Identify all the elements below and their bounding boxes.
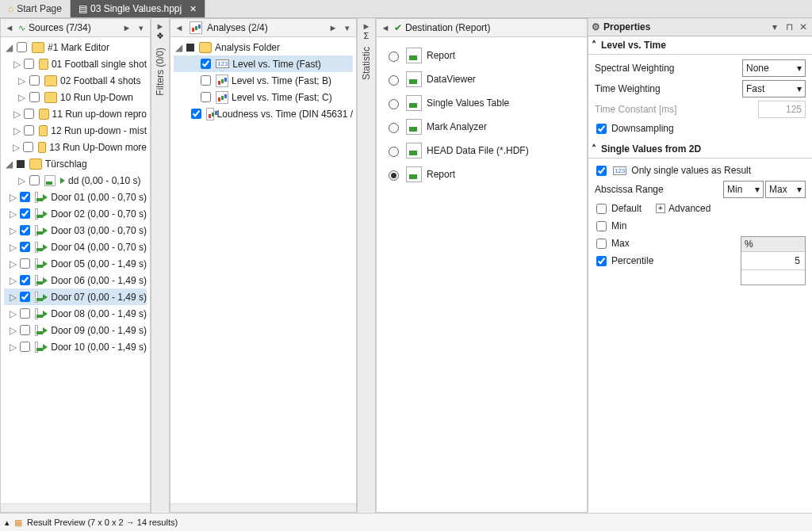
tab-start-page[interactable]: ⌂ Start Page bbox=[0, 0, 71, 17]
checkbox[interactable] bbox=[17, 42, 27, 52]
checkbox[interactable] bbox=[24, 59, 34, 69]
analysis-item[interactable]: Loudness vs. Time (DIN 45631 / bbox=[174, 105, 353, 122]
expand-icon[interactable]: ▷ bbox=[10, 242, 17, 253]
table-cell[interactable]: 5 bbox=[741, 252, 805, 270]
mark-icon[interactable] bbox=[186, 44, 194, 52]
collapse-icon[interactable]: ◢ bbox=[174, 42, 183, 53]
analysis-item[interactable]: Level vs. Time (Fast; C) bbox=[174, 89, 353, 105]
only-single-checkbox[interactable] bbox=[596, 166, 607, 176]
tree-item[interactable]: ▷Door 04 (0,00 - 0,70 s) bbox=[4, 239, 147, 255]
result-preview-bar[interactable]: ▴ ▦ Result Preview (7 x 0 x 2 → 14 resul… bbox=[0, 513, 812, 531]
tree-folder[interactable]: ▷11 Run up-down repro bbox=[4, 105, 147, 122]
tree-folder-tuerschlag[interactable]: ◢ Türschlag bbox=[4, 155, 147, 172]
expand-icon[interactable]: ▷ bbox=[13, 59, 21, 70]
tree-item[interactable]: ▷Door 06 (0,00 - 1,49 s) bbox=[4, 272, 147, 288]
expand-icon[interactable]: ▷ bbox=[13, 109, 21, 120]
destination-option[interactable]: Mark Analyzer bbox=[380, 115, 584, 139]
checkbox[interactable] bbox=[24, 109, 34, 119]
close-icon[interactable]: ✕ bbox=[798, 21, 809, 32]
expand-icon[interactable]: ▷ bbox=[13, 142, 20, 153]
radio[interactable] bbox=[389, 123, 399, 133]
dropdown-icon[interactable]: ▾ bbox=[342, 23, 353, 33]
filters-strip[interactable]: ► ❖ Filters (0/0) bbox=[151, 18, 170, 513]
spectral-weighting-select[interactable]: None ▾ bbox=[742, 59, 806, 77]
checkbox[interactable] bbox=[201, 59, 211, 69]
expand-icon[interactable]: ▷ bbox=[10, 275, 17, 286]
checkbox[interactable] bbox=[191, 109, 201, 119]
expand-icon[interactable]: ▷ bbox=[10, 308, 17, 319]
expand-icon[interactable]: ▷ bbox=[10, 258, 17, 269]
abscissa-max-select[interactable]: Max▾ bbox=[765, 181, 806, 198]
analysis-folder-root[interactable]: ◢ Analysis Folder bbox=[174, 39, 353, 55]
collapse-icon[interactable]: ˄ bbox=[592, 40, 596, 51]
nav-left-icon[interactable]: ◄ bbox=[4, 23, 15, 32]
collapse-icon[interactable]: ◢ bbox=[4, 42, 13, 53]
analysis-item[interactable]: 123Level vs. Time (Fast) bbox=[174, 55, 353, 72]
horizontal-scrollbar[interactable] bbox=[170, 503, 356, 512]
checkbox[interactable] bbox=[20, 292, 30, 302]
checkbox[interactable] bbox=[20, 208, 30, 219]
tree-item[interactable]: ▷dd (0,00 - 0,10 s) bbox=[4, 172, 147, 189]
checkbox[interactable] bbox=[20, 192, 30, 202]
expand-icon[interactable]: ▷ bbox=[13, 125, 21, 136]
min-checkbox[interactable] bbox=[596, 221, 607, 231]
tree-item[interactable]: ▷Door 07 (0,00 - 1,49 s) bbox=[4, 288, 147, 305]
default-checkbox[interactable] bbox=[596, 204, 607, 214]
tree-root[interactable]: ◢ #1 Mark Editor bbox=[4, 39, 147, 55]
tree-item[interactable]: ▷Door 02 (0,00 - 0,70 s) bbox=[4, 205, 147, 222]
tree-folder[interactable]: ▷13 Run Up-Down more bbox=[4, 139, 147, 155]
destination-option[interactable]: Report bbox=[380, 162, 584, 186]
collapse-icon[interactable]: ˄ bbox=[592, 143, 596, 155]
checkbox[interactable] bbox=[201, 75, 211, 86]
nav-left-icon[interactable]: ◄ bbox=[174, 23, 185, 32]
checkbox[interactable] bbox=[20, 258, 30, 269]
abscissa-min-select[interactable]: Min▾ bbox=[723, 181, 764, 198]
statistic-strip[interactable]: ► Σ Statistic bbox=[357, 18, 376, 513]
analysis-item[interactable]: Level vs. Time (Fast; B) bbox=[174, 72, 353, 89]
dropdown-icon[interactable]: ▾ bbox=[136, 23, 147, 33]
pin-icon[interactable]: ⊓ bbox=[783, 21, 795, 32]
radio[interactable] bbox=[389, 147, 399, 157]
radio[interactable] bbox=[389, 170, 399, 181]
destination-option[interactable]: DataViewer bbox=[380, 67, 584, 91]
section-single-values[interactable]: ˄ Single Values from 2D bbox=[588, 140, 812, 159]
radio[interactable] bbox=[389, 75, 399, 86]
prop-min[interactable]: Min bbox=[595, 217, 806, 235]
prop-only-single[interactable]: 123 Only single values as Result bbox=[595, 162, 806, 179]
expand-up-icon[interactable]: ▴ bbox=[5, 518, 10, 528]
close-icon[interactable]: ✕ bbox=[190, 4, 197, 14]
table-cell-empty[interactable] bbox=[741, 270, 805, 285]
nav-left-icon[interactable]: ◄ bbox=[380, 23, 391, 32]
downsampling-checkbox[interactable] bbox=[596, 124, 607, 134]
checkbox[interactable] bbox=[24, 125, 34, 136]
checkbox[interactable] bbox=[20, 242, 30, 252]
radio[interactable] bbox=[389, 99, 399, 109]
tree-item[interactable]: ▷Door 05 (0,00 - 1,49 s) bbox=[4, 255, 147, 272]
tree-item[interactable]: ▷Door 10 (0,00 - 1,49 s) bbox=[4, 338, 147, 355]
destination-option[interactable]: Report bbox=[380, 44, 584, 67]
checkbox[interactable] bbox=[201, 92, 211, 102]
checkbox[interactable] bbox=[20, 275, 30, 285]
time-weighting-select[interactable]: Fast ▾ bbox=[742, 80, 806, 97]
expand-icon[interactable]: ▷ bbox=[10, 225, 17, 236]
expand-icon[interactable]: ▷ bbox=[10, 342, 17, 353]
tab-active-document[interactable]: ▤ 03 Single Values.hppj ✕ bbox=[71, 0, 205, 17]
destination-option[interactable]: HEAD Data File (*.HDF) bbox=[380, 139, 584, 162]
checkbox[interactable] bbox=[20, 325, 30, 335]
tree-item[interactable]: ▷Door 09 (0,00 - 1,49 s) bbox=[4, 322, 147, 338]
max-checkbox[interactable] bbox=[596, 239, 607, 249]
checkbox[interactable] bbox=[29, 175, 40, 185]
nav-right-icon[interactable]: ► bbox=[155, 21, 166, 31]
collapse-icon[interactable]: ◢ bbox=[4, 159, 13, 170]
nav-right-icon[interactable]: ► bbox=[121, 23, 132, 32]
section-level-vs-time[interactable]: ˄ Level vs. Time bbox=[588, 36, 812, 55]
checkbox[interactable] bbox=[20, 308, 30, 319]
radio[interactable] bbox=[389, 52, 399, 62]
expand-icon[interactable]: ▷ bbox=[17, 92, 26, 103]
destination-option[interactable]: Single Values Table bbox=[380, 91, 584, 115]
tree-folder[interactable]: ▷02 Football 4 shots bbox=[4, 72, 147, 89]
expand-icon[interactable]: ▷ bbox=[10, 208, 17, 220]
expand-icon[interactable]: ▷ bbox=[10, 192, 17, 203]
checkbox[interactable] bbox=[23, 142, 33, 152]
expand-advanced-icon[interactable]: + bbox=[656, 204, 665, 213]
